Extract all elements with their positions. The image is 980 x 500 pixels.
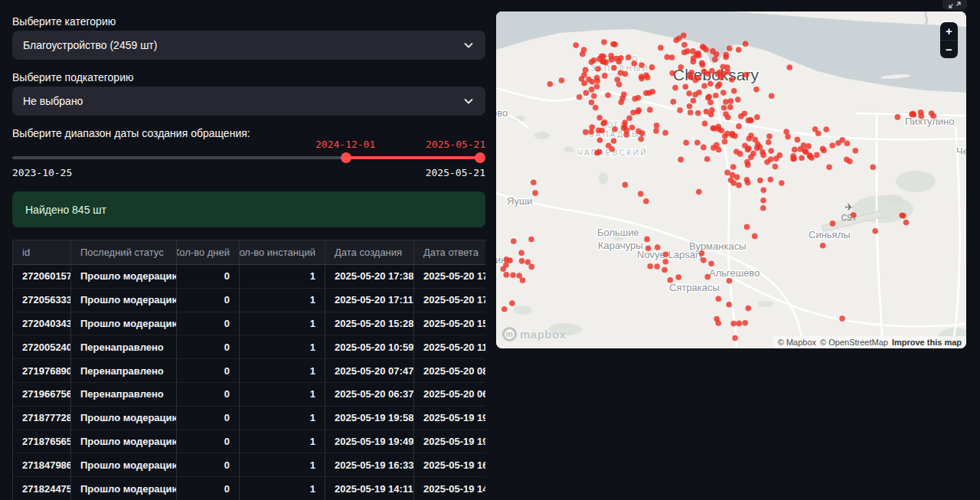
map-point[interactable]	[744, 159, 750, 165]
map-point[interactable]	[729, 77, 735, 83]
map-point[interactable]	[851, 212, 857, 218]
map-point[interactable]	[710, 48, 716, 54]
map-point[interactable]	[643, 198, 649, 204]
map-point[interactable]	[704, 156, 710, 162]
map-point[interactable]	[754, 114, 760, 120]
map-point[interactable]	[903, 220, 910, 226]
map-point[interactable]	[678, 64, 684, 70]
map-point[interactable]	[844, 141, 851, 147]
map-point[interactable]	[737, 321, 743, 327]
map-point[interactable]	[792, 147, 798, 153]
map-point[interactable]	[724, 52, 730, 58]
map-point[interactable]	[748, 154, 754, 160]
map-point[interactable]	[761, 187, 767, 193]
map-point[interactable]	[608, 53, 614, 59]
map-point[interactable]	[654, 123, 660, 129]
map-point[interactable]	[773, 164, 779, 170]
map-point[interactable]	[766, 133, 773, 139]
map-point[interactable]	[610, 41, 616, 47]
map-point[interactable]	[644, 237, 650, 243]
map-point[interactable]	[757, 178, 763, 184]
map-point[interactable]	[745, 180, 751, 186]
map-point[interactable]	[760, 205, 766, 211]
map-point[interactable]	[675, 274, 681, 280]
map-point[interactable]	[559, 77, 565, 83]
map-point[interactable]	[731, 88, 737, 94]
map-point[interactable]	[692, 92, 698, 98]
map-point[interactable]	[726, 302, 732, 308]
map-point[interactable]	[626, 54, 632, 60]
map-point[interactable]	[632, 60, 638, 67]
map-point[interactable]	[727, 45, 733, 51]
map-point[interactable]	[520, 277, 526, 283]
map-point[interactable]	[785, 134, 791, 140]
map-point[interactable]	[683, 83, 689, 90]
map-point[interactable]	[721, 105, 727, 111]
map-point[interactable]	[647, 107, 653, 113]
map-point[interactable]	[815, 131, 822, 137]
map-point[interactable]	[583, 90, 590, 96]
map-point[interactable]	[688, 109, 694, 116]
map-point[interactable]	[589, 100, 595, 106]
slider-start-thumb[interactable]	[341, 152, 351, 163]
map-point[interactable]	[580, 51, 586, 57]
map-point[interactable]	[746, 136, 753, 142]
map-point[interactable]	[732, 335, 738, 342]
map-point[interactable]	[594, 78, 600, 84]
mapbox-logo[interactable]: m mapbox	[502, 327, 567, 342]
map-point[interactable]	[599, 59, 606, 65]
map-point[interactable]	[694, 139, 701, 145]
map-point[interactable]	[710, 145, 717, 151]
map-point[interactable]	[900, 213, 906, 219]
map-point[interactable]	[700, 44, 706, 50]
map-point[interactable]	[727, 278, 733, 284]
map-point[interactable]	[615, 77, 621, 83]
map-point[interactable]	[622, 123, 628, 129]
map-point[interactable]	[736, 47, 742, 53]
map-point[interactable]	[895, 114, 901, 120]
map-point[interactable]	[716, 296, 722, 302]
map-point[interactable]	[504, 272, 510, 278]
map-point[interactable]	[744, 224, 750, 230]
map-point[interactable]	[839, 137, 845, 143]
map-point[interactable]	[583, 129, 589, 136]
map-point[interactable]	[635, 129, 642, 135]
map-point[interactable]	[805, 143, 812, 149]
map-point[interactable]	[747, 117, 753, 123]
attribution-osm-link[interactable]: © OpenStreetMap	[820, 338, 888, 347]
map-point[interactable]	[712, 57, 718, 63]
map-point[interactable]	[622, 71, 629, 77]
map-point[interactable]	[699, 250, 705, 257]
map-point[interactable]	[532, 190, 538, 196]
attribution-mapbox-link[interactable]: © Mapbox	[778, 338, 816, 347]
map-point[interactable]	[715, 83, 721, 90]
map-point[interactable]	[589, 59, 595, 65]
map-point[interactable]	[768, 156, 774, 162]
map-point[interactable]	[605, 93, 611, 99]
map-point[interactable]	[716, 126, 722, 132]
map-point[interactable]	[596, 115, 603, 121]
subcategory-select[interactable]: Не выбрано	[12, 87, 485, 116]
map-point[interactable]	[573, 42, 579, 48]
map-point[interactable]	[681, 42, 688, 48]
map-point[interactable]	[612, 126, 618, 132]
map-point[interactable]	[728, 177, 734, 183]
map-point[interactable]	[662, 267, 668, 273]
zoom-in-button[interactable]: +	[940, 22, 958, 40]
map-point[interactable]	[696, 189, 702, 195]
map-point[interactable]	[720, 90, 727, 96]
map-point[interactable]	[596, 149, 603, 155]
map-point[interactable]	[511, 238, 517, 244]
map-point[interactable]	[663, 252, 669, 258]
map-point[interactable]	[528, 237, 534, 243]
map-point[interactable]	[734, 175, 740, 181]
map-point[interactable]	[718, 74, 724, 80]
map-point[interactable]	[696, 53, 702, 59]
map-point[interactable]	[755, 142, 761, 148]
map-point[interactable]	[655, 263, 661, 270]
map-point[interactable]	[821, 148, 827, 154]
map-point[interactable]	[595, 66, 601, 72]
map-point[interactable]	[691, 98, 697, 104]
map-point[interactable]	[577, 94, 583, 100]
map-point[interactable]	[626, 116, 632, 122]
